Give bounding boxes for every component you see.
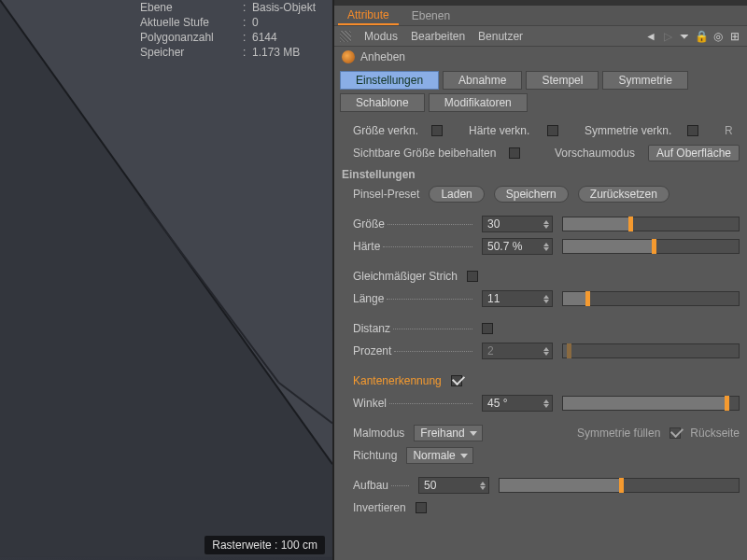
section-title-einstellungen: Einstellungen	[342, 168, 740, 181]
attribute-menubar: Modus Bearbeiten Benutzer ◄ ▷ ⏷ 🔒 ◎ ⊞	[334, 26, 747, 47]
label-even-stroke: Gleichmäßiger Strich	[353, 270, 458, 283]
label-size-link: Größe verkn.	[353, 124, 426, 137]
check-edge-detect[interactable]	[451, 375, 462, 386]
tool-header: Anheben	[334, 47, 747, 67]
check-hardness-link[interactable]	[547, 125, 558, 136]
viewport-stats: Ebene:Basis-Objekt Aktuelle Stufe:0 Poly…	[140, 0, 316, 60]
subtab-abnahme[interactable]: Abnahme	[443, 71, 522, 90]
select-direction[interactable]: Normale	[406, 447, 472, 464]
subtab-schablone[interactable]: Schablone	[340, 93, 425, 112]
target-icon[interactable]: ◎	[712, 30, 725, 43]
label-buildup: Aufbau	[353, 479, 388, 492]
label-hardness: Härte	[353, 240, 380, 253]
lock-icon[interactable]: 🔒	[695, 30, 708, 43]
tool-name: Anheben	[360, 50, 405, 63]
menu-modus[interactable]: Modus	[364, 30, 398, 43]
input-buildup[interactable]: 50	[418, 477, 489, 494]
btn-save[interactable]: Speichern	[494, 186, 569, 203]
tab-ebenen[interactable]: Ebenen	[402, 7, 459, 24]
label-preview-mode: Vorschaumodus	[555, 147, 635, 160]
input-length[interactable]: 11	[482, 290, 553, 307]
pull-tool-icon	[342, 50, 355, 63]
funnel-icon[interactable]: ⏷	[678, 30, 691, 43]
check-keep-visible-size[interactable]	[509, 147, 520, 159]
label-length: Länge	[353, 292, 384, 305]
input-size[interactable]: 30	[482, 216, 553, 232]
drag-handle-icon[interactable]	[340, 31, 351, 42]
check-symmetry-link[interactable]	[687, 125, 698, 136]
label-percent: Prozent	[353, 344, 391, 357]
select-preview-mode[interactable]: Auf Oberfläche	[648, 145, 740, 161]
label-hardness-link: Härte verkn.	[469, 124, 542, 137]
menu-benutzer[interactable]: Benutzer	[478, 30, 523, 43]
select-paint-mode[interactable]: Freihand	[414, 425, 482, 441]
nav-back-icon[interactable]: ◄	[644, 30, 657, 43]
slider-length[interactable]	[562, 291, 740, 306]
check-distance[interactable]	[482, 323, 493, 334]
label-distance: Distanz	[353, 322, 390, 335]
slider-angle[interactable]	[562, 396, 740, 411]
subtab-einstellungen[interactable]: Einstellungen	[340, 71, 439, 90]
label-invert: Invertieren	[353, 501, 406, 514]
input-percent: 2	[482, 343, 553, 359]
btn-reset[interactable]: Zurücksetzen	[578, 186, 669, 203]
label-edge-detect: Kantenerkennung	[353, 374, 442, 387]
panel-tabs: Attribute Ebenen	[334, 6, 747, 26]
label-brush-preset: Pinsel-Preset	[353, 188, 419, 201]
slider-buildup[interactable]	[499, 478, 740, 493]
slider-hardness[interactable]	[562, 239, 740, 254]
label-extra-r: R	[725, 124, 733, 137]
label-backside: Rückseite	[690, 427, 740, 440]
label-paint-mode: Malmodus	[353, 427, 404, 440]
slider-percent	[562, 343, 740, 358]
subtab-stempel[interactable]: Stempel	[526, 71, 599, 90]
check-invert[interactable]	[416, 502, 427, 513]
grid-size-overlay: Rasterweite : 100 cm	[204, 536, 325, 554]
subtab-modifikatoren[interactable]: Modifikatoren	[429, 93, 528, 112]
label-keep-visible-size: Sichtbare Größe beibehalten	[353, 147, 496, 160]
tab-attribute[interactable]: Attribute	[338, 7, 399, 25]
check-even-stroke[interactable]	[467, 271, 478, 282]
label-symmetry-link: Symmetrie verkn.	[585, 124, 682, 137]
sub-tabs: Einstellungen Abnahme Stempel Symmetrie …	[334, 67, 747, 116]
label-direction: Richtung	[353, 449, 397, 462]
label-fill-symmetry: Symmetrie füllen	[577, 427, 660, 440]
viewport[interactable]: Ebene:Basis-Objekt Aktuelle Stufe:0 Poly…	[0, 0, 334, 560]
label-angle: Winkel	[353, 397, 387, 410]
slider-size[interactable]	[562, 217, 740, 231]
subtab-symmetrie[interactable]: Symmetrie	[602, 71, 687, 90]
add-icon[interactable]: ⊞	[728, 30, 741, 43]
attribute-panel: Attribute Ebenen Modus Bearbeiten Benutz…	[334, 0, 747, 560]
menu-bearbeiten[interactable]: Bearbeiten	[411, 30, 465, 43]
check-size-link[interactable]	[431, 125, 443, 136]
btn-load[interactable]: Laden	[429, 186, 484, 203]
nav-fwd-icon[interactable]: ▷	[661, 30, 674, 43]
label-size: Größe	[353, 217, 385, 231]
check-fill-symmetry[interactable]	[669, 427, 681, 439]
input-hardness[interactable]: 50.7 %	[482, 238, 553, 255]
input-angle[interactable]: 45 °	[482, 395, 553, 412]
